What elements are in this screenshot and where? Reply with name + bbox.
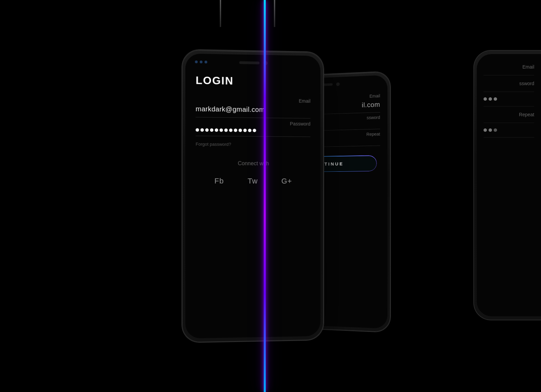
email-value: markdark@gmail.com <box>196 105 311 114</box>
status-dots <box>195 60 207 64</box>
pwd-dot-9 <box>234 128 237 132</box>
dot-3 <box>205 60 207 63</box>
scene: Email il.com ssword Repea <box>0 0 541 392</box>
partial-dot-3 <box>494 97 497 101</box>
pwd-dot-1 <box>196 128 199 132</box>
pwd-dot-6 <box>219 128 223 132</box>
notch-front <box>185 53 320 69</box>
phone-partial-right: Email ssword Repeat <box>473 50 541 320</box>
login-content: LOGIN Email markdark@gmail.com Password <box>185 67 320 328</box>
password-label: Password <box>196 120 311 126</box>
twitter-button[interactable]: Tw <box>248 177 258 186</box>
pwd-dot-13 <box>253 129 256 132</box>
google-button[interactable]: G+ <box>281 177 292 186</box>
login-title: LOGIN <box>196 74 311 88</box>
pwd-dot-10 <box>239 129 242 132</box>
partial-rdot-2 <box>489 128 492 132</box>
cable-2 <box>274 0 275 27</box>
dot-2 <box>200 60 203 63</box>
phone-front: LOGIN Email markdark@gmail.com Password <box>182 49 324 343</box>
pwd-dot-4 <box>210 128 213 132</box>
pwd-dot-8 <box>229 128 232 132</box>
facebook-button[interactable]: Fb <box>214 177 224 186</box>
email-label: Email <box>196 97 311 104</box>
pwd-dot-11 <box>243 129 247 132</box>
login-screen: LOGIN Email markdark@gmail.com Password <box>185 53 320 338</box>
forgot-password[interactable]: Forgot password? <box>196 142 311 147</box>
partial-repeat-dots <box>484 128 534 138</box>
neon-stripe-center <box>264 0 266 392</box>
pwd-dot-2 <box>201 128 204 132</box>
password-dots <box>196 128 311 133</box>
dot-1 <box>195 60 198 63</box>
partial-repeat-label: Repeat <box>484 112 534 123</box>
pwd-dot-7 <box>224 128 228 132</box>
password-field[interactable]: Password <box>196 120 311 137</box>
email-field[interactable]: Email markdark@gmail.com <box>196 97 311 119</box>
pwd-dot-12 <box>248 129 252 132</box>
social-icons-container: Fb Tw G+ <box>196 177 311 186</box>
partial-password-label: ssword <box>484 81 534 92</box>
partial-screen: Email ssword Repeat <box>477 54 541 316</box>
partial-dot-1 <box>484 97 487 101</box>
partial-pwd-dots <box>484 97 534 106</box>
speaker-front <box>239 61 260 64</box>
connect-with-label: Connect with <box>196 160 311 167</box>
camera-back <box>336 82 340 86</box>
pwd-dot-5 <box>215 128 218 132</box>
pwd-dot-3 <box>205 128 209 132</box>
phone-body-front: LOGIN Email markdark@gmail.com Password <box>182 49 324 343</box>
partial-rdot-1 <box>484 128 487 132</box>
cable-1 <box>220 0 221 27</box>
partial-rdot-3 <box>494 128 497 132</box>
partial-email-label: Email <box>484 64 534 75</box>
partial-dot-2 <box>489 97 492 101</box>
